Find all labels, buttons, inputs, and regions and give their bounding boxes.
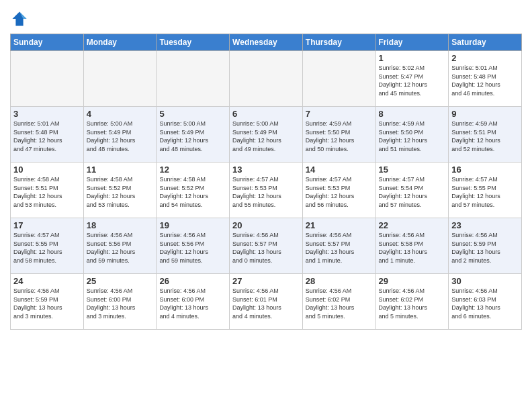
calendar-cell: 9Sunrise: 4:59 AM Sunset: 5:51 PM Daylig… (449, 107, 522, 163)
day-number: 28 (306, 276, 373, 286)
day-info: Sunrise: 5:02 AM Sunset: 5:47 PM Dayligh… (379, 64, 446, 97)
calendar-cell: 5Sunrise: 5:00 AM Sunset: 5:49 PM Daylig… (157, 107, 230, 163)
day-info: Sunrise: 4:58 AM Sunset: 5:52 PM Dayligh… (87, 175, 154, 209)
calendar-cell: 6Sunrise: 5:00 AM Sunset: 5:49 PM Daylig… (230, 107, 303, 163)
day-info: Sunrise: 5:01 AM Sunset: 5:48 PM Dayligh… (13, 120, 81, 153)
day-info: Sunrise: 4:59 AM Sunset: 5:51 PM Dayligh… (451, 120, 519, 153)
calendar-cell: 17Sunrise: 4:57 AM Sunset: 5:55 PM Dayli… (11, 218, 84, 274)
day-info: Sunrise: 4:56 AM Sunset: 6:02 PM Dayligh… (306, 287, 373, 320)
day-number: 1 (379, 53, 446, 63)
calendar-cell: 18Sunrise: 4:56 AM Sunset: 5:56 PM Dayli… (83, 218, 157, 274)
day-info: Sunrise: 4:57 AM Sunset: 5:54 PM Dayligh… (379, 175, 446, 209)
calendar-cell: 1Sunrise: 5:02 AM Sunset: 5:47 PM Daylig… (375, 51, 449, 107)
day-number: 19 (159, 220, 226, 230)
calendar-cell: 21Sunrise: 4:56 AM Sunset: 5:57 PM Dayli… (302, 218, 375, 274)
day-info: Sunrise: 5:00 AM Sunset: 5:49 PM Dayligh… (232, 120, 300, 153)
day-number: 25 (87, 276, 154, 286)
calendar-cell (157, 51, 230, 107)
day-number: 15 (379, 165, 446, 175)
calendar-cell (230, 51, 303, 107)
calendar-cell: 10Sunrise: 4:58 AM Sunset: 5:51 PM Dayli… (11, 163, 84, 218)
calendar-header-tuesday: Tuesday (157, 34, 230, 51)
day-info: Sunrise: 4:56 AM Sunset: 5:56 PM Dayligh… (87, 231, 154, 265)
calendar-header-row: SundayMondayTuesdayWednesdayThursdayFrid… (11, 34, 522, 51)
calendar-cell: 11Sunrise: 4:58 AM Sunset: 5:52 PM Dayli… (83, 163, 157, 218)
calendar-cell: 25Sunrise: 4:56 AM Sunset: 6:00 PM Dayli… (83, 274, 157, 330)
calendar-cell: 14Sunrise: 4:57 AM Sunset: 5:53 PM Dayli… (302, 163, 375, 218)
day-number: 12 (159, 165, 226, 175)
day-info: Sunrise: 4:56 AM Sunset: 5:58 PM Dayligh… (379, 231, 446, 265)
calendar-cell: 8Sunrise: 4:59 AM Sunset: 5:50 PM Daylig… (375, 107, 449, 163)
day-number: 10 (13, 165, 81, 175)
calendar-week-1: 3Sunrise: 5:01 AM Sunset: 5:48 PM Daylig… (11, 107, 522, 163)
day-number: 14 (306, 165, 373, 175)
page: SundayMondayTuesdayWednesdayThursdayFrid… (0, 0, 532, 411)
day-number: 29 (379, 276, 446, 286)
calendar-cell: 24Sunrise: 4:56 AM Sunset: 5:59 PM Dayli… (11, 274, 84, 330)
day-number: 6 (232, 109, 300, 119)
calendar-cell (11, 51, 84, 107)
calendar-cell: 16Sunrise: 4:57 AM Sunset: 5:55 PM Dayli… (449, 163, 522, 218)
calendar-cell (302, 51, 375, 107)
calendar-header-wednesday: Wednesday (230, 34, 303, 51)
day-info: Sunrise: 4:59 AM Sunset: 5:50 PM Dayligh… (306, 120, 373, 153)
calendar-week-2: 10Sunrise: 4:58 AM Sunset: 5:51 PM Dayli… (11, 163, 522, 218)
day-info: Sunrise: 4:57 AM Sunset: 5:55 PM Dayligh… (13, 231, 81, 265)
calendar-cell: 26Sunrise: 4:56 AM Sunset: 6:00 PM Dayli… (157, 274, 230, 330)
calendar-cell: 12Sunrise: 4:58 AM Sunset: 5:52 PM Dayli… (157, 163, 230, 218)
day-info: Sunrise: 4:56 AM Sunset: 5:57 PM Dayligh… (306, 231, 373, 265)
calendar-cell: 3Sunrise: 5:01 AM Sunset: 5:48 PM Daylig… (11, 107, 84, 163)
day-info: Sunrise: 4:57 AM Sunset: 5:55 PM Dayligh… (451, 175, 519, 209)
calendar: SundayMondayTuesdayWednesdayThursdayFrid… (10, 34, 522, 330)
calendar-cell: 2Sunrise: 5:01 AM Sunset: 5:48 PM Daylig… (449, 51, 522, 107)
calendar-header-saturday: Saturday (449, 34, 522, 51)
calendar-cell: 22Sunrise: 4:56 AM Sunset: 5:58 PM Dayli… (375, 218, 449, 274)
calendar-cell: 20Sunrise: 4:56 AM Sunset: 5:57 PM Dayli… (230, 218, 303, 274)
calendar-cell: 27Sunrise: 4:56 AM Sunset: 6:01 PM Dayli… (230, 274, 303, 330)
day-info: Sunrise: 5:01 AM Sunset: 5:48 PM Dayligh… (451, 64, 519, 97)
day-number: 20 (232, 220, 300, 230)
day-number: 30 (451, 276, 519, 286)
calendar-cell: 7Sunrise: 4:59 AM Sunset: 5:50 PM Daylig… (302, 107, 375, 163)
calendar-header-sunday: Sunday (11, 34, 84, 51)
calendar-cell: 15Sunrise: 4:57 AM Sunset: 5:54 PM Dayli… (375, 163, 449, 218)
calendar-header-monday: Monday (83, 34, 157, 51)
day-info: Sunrise: 4:56 AM Sunset: 5:57 PM Dayligh… (232, 231, 300, 265)
day-info: Sunrise: 4:56 AM Sunset: 6:02 PM Dayligh… (379, 287, 446, 320)
calendar-cell: 29Sunrise: 4:56 AM Sunset: 6:02 PM Dayli… (375, 274, 449, 330)
day-info: Sunrise: 4:56 AM Sunset: 6:00 PM Dayligh… (87, 287, 154, 320)
day-number: 16 (451, 165, 519, 175)
day-info: Sunrise: 4:56 AM Sunset: 5:59 PM Dayligh… (451, 231, 519, 265)
day-number: 3 (13, 109, 81, 119)
day-number: 17 (13, 220, 81, 230)
day-info: Sunrise: 4:56 AM Sunset: 6:03 PM Dayligh… (451, 287, 519, 320)
day-number: 2 (451, 53, 519, 63)
day-info: Sunrise: 4:56 AM Sunset: 6:00 PM Dayligh… (159, 287, 226, 320)
day-info: Sunrise: 4:56 AM Sunset: 5:56 PM Dayligh… (159, 231, 226, 265)
day-number: 22 (379, 220, 446, 230)
calendar-week-0: 1Sunrise: 5:02 AM Sunset: 5:47 PM Daylig… (11, 51, 522, 107)
calendar-cell: 30Sunrise: 4:56 AM Sunset: 6:03 PM Dayli… (449, 274, 522, 330)
calendar-week-4: 24Sunrise: 4:56 AM Sunset: 5:59 PM Dayli… (11, 274, 522, 330)
header (10, 7, 522, 28)
calendar-cell: 13Sunrise: 4:57 AM Sunset: 5:53 PM Dayli… (230, 163, 303, 218)
day-info: Sunrise: 4:57 AM Sunset: 5:53 PM Dayligh… (232, 175, 300, 209)
calendar-header-thursday: Thursday (302, 34, 375, 51)
calendar-cell: 23Sunrise: 4:56 AM Sunset: 5:59 PM Dayli… (449, 218, 522, 274)
calendar-cell (83, 51, 157, 107)
day-info: Sunrise: 5:00 AM Sunset: 5:49 PM Dayligh… (159, 120, 226, 153)
day-number: 24 (13, 276, 81, 286)
day-info: Sunrise: 4:56 AM Sunset: 5:59 PM Dayligh… (13, 287, 81, 320)
day-info: Sunrise: 4:56 AM Sunset: 6:01 PM Dayligh… (232, 287, 300, 320)
day-info: Sunrise: 4:58 AM Sunset: 5:52 PM Dayligh… (159, 175, 226, 209)
day-number: 11 (87, 165, 154, 175)
day-info: Sunrise: 4:59 AM Sunset: 5:50 PM Dayligh… (379, 120, 446, 153)
calendar-cell: 28Sunrise: 4:56 AM Sunset: 6:02 PM Dayli… (302, 274, 375, 330)
day-number: 23 (451, 220, 519, 230)
day-number: 7 (306, 109, 373, 119)
calendar-cell: 19Sunrise: 4:56 AM Sunset: 5:56 PM Dayli… (157, 218, 230, 274)
day-number: 9 (451, 109, 519, 119)
day-number: 27 (232, 276, 300, 286)
day-number: 5 (159, 109, 226, 119)
day-number: 4 (87, 109, 154, 119)
